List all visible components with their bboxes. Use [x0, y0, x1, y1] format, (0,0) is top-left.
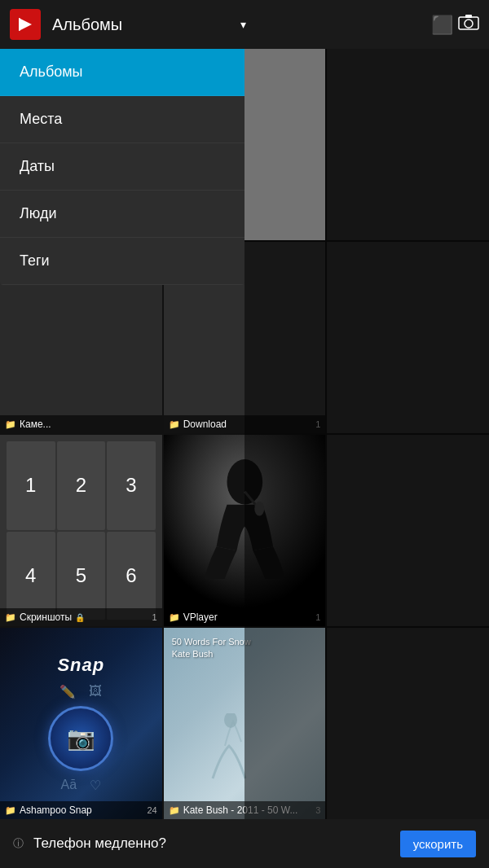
number-2: 2 [57, 441, 106, 530]
snap-camera-icon: 📷 [67, 725, 95, 752]
snap-camera-button[interactable]: 📷 [48, 706, 113, 771]
snap-label: 📁 Ashampoo Snap 24 [0, 801, 162, 819]
dropdown-menu: Альбомы Места Даты Люди Теги [0, 49, 244, 285]
header-title[interactable]: Альбомы [52, 15, 237, 34]
dropdown-arrow-icon[interactable]: ▾ [240, 18, 246, 31]
folder-icon-vplayer: 📁 [169, 612, 180, 623]
screenshots-label-text: Скриншоты [20, 612, 72, 623]
dropdown-item-dates[interactable]: Даты [0, 143, 244, 191]
dropdown-item-tags[interactable]: Теги [0, 238, 244, 285]
app-logo[interactable] [10, 9, 41, 40]
grid-cell-snap[interactable]: Snap ✏️ 🖼 📷 Aā ♡ 📁 Ashampoo Snap 24 [0, 628, 162, 819]
ad-info-icon: ⓘ [13, 836, 24, 851]
ad-button[interactable]: ускорить [400, 831, 476, 857]
dim-overlay[interactable] [244, 49, 489, 819]
grid-cell-numbers[interactable]: 1 2 3 4 5 6 📁 Скриншоты 🔒 1 [0, 435, 162, 626]
camera-label-text: Каме... [20, 419, 51, 430]
number-4: 4 [7, 532, 55, 620]
folder-icon-snap: 📁 [5, 805, 16, 816]
dropdown-item-people[interactable]: Люди [0, 191, 244, 238]
ad-text: Телефон медленно? [33, 835, 390, 852]
number-6: 6 [107, 532, 156, 620]
snap-count: 24 [147, 805, 156, 815]
lock-icon: 🔒 [75, 613, 85, 622]
folder-icon-download: 📁 [169, 419, 180, 430]
dropdown-item-places[interactable]: Места [0, 96, 244, 143]
snap-label-text: Ashampoo Snap [20, 804, 92, 816]
screenshots-label: 📁 Скриншоты 🔒 1 [0, 608, 162, 626]
folder-icon-kate: 📁 [169, 805, 180, 816]
vplayer-label-text: VPlayer [183, 612, 218, 623]
svg-point-1 [465, 20, 473, 28]
svg-rect-2 [465, 15, 472, 18]
number-3: 3 [107, 441, 156, 530]
number-1: 1 [7, 441, 55, 530]
download-label-text: Download [183, 419, 227, 430]
camera-label: 📁 Каме... [0, 415, 162, 433]
camera-icon[interactable]: ⬛ [431, 13, 479, 36]
snap-title-text: Snap [57, 655, 104, 676]
dropdown-item-albums[interactable]: Альбомы [0, 49, 244, 96]
folder-icon-screenshots: 📁 [5, 612, 16, 623]
folder-icon: 📁 [5, 419, 16, 430]
numbers-grid: 1 2 3 4 5 6 [0, 435, 162, 626]
number-5: 5 [57, 532, 106, 620]
screenshots-count: 1 [152, 612, 157, 622]
app-header: Альбомы ▾ ⬛ [0, 0, 489, 49]
ad-bar: ⓘ Телефон медленно? ускорить [0, 819, 489, 868]
kate-overlay-text: 50 Words For SnowKate Bush [172, 636, 251, 661]
